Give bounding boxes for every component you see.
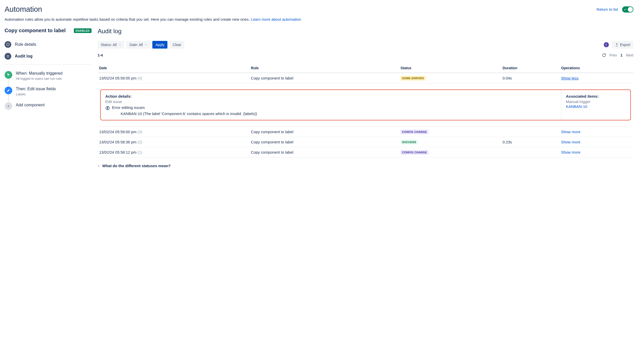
step-trigger[interactable]: When: Manually triggered All logged in u…: [5, 68, 92, 84]
svg-rect-7: [7, 106, 9, 106]
pager-prev[interactable]: Prev: [610, 53, 617, 57]
nav-rule-details[interactable]: Rule details: [5, 39, 92, 50]
chevron-right-icon: [98, 165, 100, 167]
step-add-component[interactable]: Add component: [5, 99, 92, 113]
plus-icon: [5, 102, 12, 110]
cell-duration: 0.23s: [501, 137, 560, 147]
return-to-list-link[interactable]: Return to list: [597, 7, 618, 12]
svg-rect-4: [7, 56, 9, 56]
cell-status: SUCCESS: [399, 137, 501, 147]
date-filter-dropdown[interactable]: Date: All: [126, 41, 150, 49]
show-toggle-link[interactable]: Show more: [561, 130, 580, 134]
chevron-down-icon: [119, 43, 121, 46]
cell-status: CONFIG CHANGE: [399, 147, 501, 157]
cell-operations: Show more: [560, 147, 633, 157]
svg-rect-5: [7, 57, 9, 57]
table-row: 13/02/24 05:59:05 pm (4) Copy component …: [98, 73, 633, 83]
error-message: KANBAN-10 (The label 'Component A' conta…: [121, 111, 556, 116]
col-status: Status: [399, 63, 501, 73]
cell-status: SOME ERRORS: [399, 73, 501, 83]
enabled-badge: ENABLED: [74, 28, 92, 33]
cursor-icon: [5, 71, 12, 79]
show-toggle-link[interactable]: Show less: [561, 76, 578, 80]
svg-rect-10: [107, 107, 108, 108]
cell-rule: Copy component to label: [249, 127, 399, 137]
nav-audit-log[interactable]: Audit log: [5, 50, 92, 62]
cell-date: 13/02/24 05:58:36 pm (2): [98, 137, 249, 147]
pencil-icon: [5, 87, 12, 94]
col-date: Date: [98, 63, 249, 73]
apply-button[interactable]: Apply: [152, 41, 167, 49]
rule-enabled-toggle[interactable]: [622, 6, 633, 13]
svg-rect-1: [8, 44, 8, 45]
audit-log-table: Date Rule Status Duration Operations 13/…: [98, 63, 633, 157]
status-badge: SUCCESS: [401, 140, 418, 144]
table-row: 13/02/24 05:59:00 pm (3) Copy component …: [98, 127, 633, 137]
associated-items-heading: Associated items:: [566, 94, 626, 98]
table-row: 13/02/24 05:58:12 pm (1) Copy component …: [98, 147, 633, 157]
cell-operations: Show less: [560, 73, 633, 83]
col-rule: Rule: [249, 63, 399, 73]
check-icon: [624, 8, 627, 11]
description-text: Automation rules allow you to automate r…: [5, 17, 250, 21]
cell-duration: [501, 147, 560, 157]
cell-date: 13/02/24 05:58:12 pm (1): [98, 147, 249, 157]
step-title: When: Manually triggered: [16, 71, 62, 76]
refresh-icon[interactable]: [602, 53, 606, 57]
cell-status: CONFIG CHANGE: [399, 127, 501, 137]
step-title: Add component: [16, 103, 44, 107]
section-title: Audit log: [98, 28, 633, 35]
result-range: 1-4: [98, 53, 103, 57]
pager-next[interactable]: Next: [626, 53, 633, 57]
info-badge-icon[interactable]: i: [604, 42, 609, 47]
table-row: 13/02/24 05:58:36 pm (2) Copy component …: [98, 137, 633, 147]
status-faq-toggle[interactable]: What do the different statuses mean?: [98, 164, 633, 168]
learn-more-link[interactable]: Learn more about automation: [251, 17, 301, 21]
faq-label: What do the different statuses mean?: [102, 164, 171, 168]
divider: [5, 64, 92, 64]
step-action[interactable]: Then: Edit issue fields Labels: [5, 84, 92, 99]
page-title: Automation: [5, 5, 42, 14]
col-duration: Duration: [501, 63, 560, 73]
cell-operations: Show more: [560, 137, 633, 147]
error-detail-box: Action details: Edit issue Error editing…: [100, 89, 631, 120]
clear-button[interactable]: Clear: [169, 41, 184, 49]
cell-operations: Show more: [560, 127, 633, 137]
info-circle-icon: [105, 106, 110, 110]
svg-rect-9: [107, 108, 108, 109]
filter-label: Date: All: [129, 43, 143, 47]
cell-duration: [501, 127, 560, 137]
cell-date: 13/02/24 05:59:00 pm (3): [98, 127, 249, 137]
show-toggle-link[interactable]: Show more: [561, 140, 580, 144]
step-desc: Labels: [16, 92, 56, 96]
info-icon: [5, 41, 11, 48]
cell-rule: Copy component to label: [249, 137, 399, 147]
filter-label: Status: All: [101, 43, 117, 47]
status-filter-dropdown[interactable]: Status: All: [98, 41, 124, 49]
action-details-heading: Action details:: [105, 94, 556, 98]
toggle-knob: [628, 7, 633, 12]
associated-item-link[interactable]: KANBAN-10: [566, 104, 587, 109]
show-toggle-link[interactable]: Show more: [561, 150, 580, 154]
col-operations: Operations: [560, 63, 633, 73]
nav-label: Audit log: [15, 54, 32, 59]
pager-current: 1: [620, 53, 622, 57]
action-name: Edit issue: [105, 99, 556, 104]
list-icon: [5, 53, 11, 60]
nav-label: Rule details: [15, 42, 36, 47]
export-button[interactable]: Export: [612, 41, 633, 49]
svg-rect-3: [7, 55, 9, 55]
error-heading: Error editing issues: [112, 105, 145, 110]
cell-rule: Copy component to label: [249, 147, 399, 157]
detail-row: Action details: Edit issue Error editing…: [98, 83, 633, 127]
cell-duration: 0.04s: [501, 73, 560, 83]
page-description: Automation rules allow you to automate r…: [5, 17, 633, 21]
associated-kind: Manual trigger: [566, 99, 626, 104]
export-icon: [615, 43, 619, 47]
rule-name: Copy component to label: [5, 28, 66, 33]
status-badge: SOME ERRORS: [401, 76, 426, 81]
step-desc: All logged in users can run rule.: [16, 77, 62, 81]
svg-rect-2: [8, 44, 8, 44]
export-label: Export: [620, 43, 630, 47]
status-badge: CONFIG CHANGE: [401, 130, 428, 134]
